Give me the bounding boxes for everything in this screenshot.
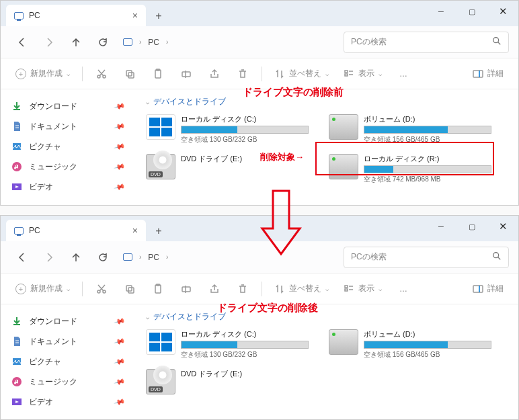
- drive-item[interactable]: ボリューム (D:)空き領域 156 GB/465 GB: [329, 329, 491, 360]
- more-button[interactable]: …: [391, 63, 415, 85]
- sidebar-label: ドキュメント: [29, 121, 77, 132]
- drive-item[interactable]: ローカル ディスク (C:)空き領域 130 GB/232 GB: [146, 114, 309, 144]
- drive-item[interactable]: ローカル ディスク (C:)空き領域 130 GB/232 GB: [146, 329, 309, 360]
- refresh-button[interactable]: [91, 30, 115, 54]
- address-bar[interactable]: › PC ›: [123, 38, 168, 47]
- toolbar: +新規作成⌵ 並べ替え⌵ 表示⌵ … 詳細: [1, 58, 518, 89]
- chevron-icon: ›: [166, 38, 168, 46]
- rename-button[interactable]: [174, 278, 198, 300]
- sort-button[interactable]: 並べ替え⌵: [269, 63, 334, 85]
- new-button[interactable]: +新規作成⌵: [10, 63, 75, 85]
- sidebar-item[interactable]: ドキュメント📌: [1, 331, 135, 351]
- tab-close-icon[interactable]: ×: [132, 225, 138, 236]
- search-input[interactable]: PCの検索: [344, 32, 509, 53]
- sidebar-item[interactable]: ダウンロード📌: [1, 96, 135, 116]
- search-icon: [492, 251, 502, 263]
- drive-item[interactable]: DVD ドライブ (E:): [146, 154, 309, 184]
- forward-button[interactable]: [37, 245, 61, 269]
- new-tab-button[interactable]: +: [149, 221, 169, 241]
- sidebar-item[interactable]: ピクチャ📌: [1, 136, 135, 157]
- drive-icon: [146, 369, 175, 394]
- content: ダウンロード📌ドキュメント📌ピクチャ📌ミュージック📌ビデオ📌 ⌵デバイスとドライ…: [1, 89, 518, 205]
- refresh-button[interactable]: [91, 245, 115, 269]
- drive-icon: [329, 329, 358, 355]
- sidebar-item[interactable]: ビデオ📌: [1, 177, 135, 197]
- maximize-button[interactable]: ▢: [456, 1, 487, 22]
- tab-close-icon[interactable]: ×: [132, 10, 138, 21]
- sidebar-label: ピクチャ: [29, 356, 61, 368]
- sidebar-item[interactable]: ピクチャ📌: [1, 351, 135, 372]
- sidebar-item[interactable]: ビデオ📌: [1, 392, 135, 412]
- share-button[interactable]: [202, 63, 227, 85]
- forward-button[interactable]: [37, 30, 61, 54]
- paste-button[interactable]: [146, 278, 170, 300]
- drive-free-space: 空き領域 130 GB/232 GB: [181, 135, 309, 144]
- delete-button[interactable]: [231, 278, 255, 300]
- svg-rect-18: [126, 286, 132, 291]
- document-icon: [11, 336, 22, 347]
- drives-grid: ローカル ディスク (C:)空き領域 130 GB/232 GBボリューム (D…: [146, 329, 508, 394]
- drive-item[interactable]: ボリューム (D:)空き領域 156 GB/465 GB: [329, 114, 491, 144]
- drive-name: ボリューム (D:): [364, 114, 491, 124]
- sidebar-label: ミュージック: [29, 161, 77, 173]
- sidebar-label: ビデオ: [29, 396, 53, 408]
- sidebar-item[interactable]: ミュージック📌: [1, 372, 135, 392]
- section-header[interactable]: ⌵デバイスとドライブ: [146, 96, 508, 108]
- new-tab-button[interactable]: +: [149, 6, 169, 26]
- copy-button[interactable]: [118, 278, 142, 300]
- rename-button[interactable]: [174, 63, 198, 85]
- sort-button[interactable]: 並べ替え⌵: [269, 278, 334, 300]
- minimize-button[interactable]: ─: [426, 216, 456, 237]
- cut-button[interactable]: [89, 278, 114, 300]
- navbar: › PC › PCの検索: [1, 26, 518, 58]
- maximize-button[interactable]: ▢: [456, 216, 487, 237]
- window-controls: ─ ▢ ✕: [426, 1, 518, 22]
- videos-icon: [11, 396, 22, 407]
- svg-rect-23: [345, 286, 348, 288]
- music-icon: [11, 161, 22, 172]
- details-pane-button[interactable]: 詳細: [467, 278, 509, 300]
- drive-item[interactable]: ローカル ディスク (R:)空き領域 742 MB/968 MB: [329, 154, 491, 184]
- chevron-down-icon: ⌵: [325, 286, 329, 292]
- breadcrumb-pc[interactable]: PC: [148, 38, 159, 47]
- back-button[interactable]: [10, 245, 34, 269]
- paste-button[interactable]: [146, 63, 170, 85]
- sidebar-item[interactable]: ミュージック📌: [1, 157, 135, 177]
- section-header[interactable]: ⌵デバイスとドライブ: [146, 311, 508, 323]
- chevron-down-icon: ⌵: [378, 71, 382, 77]
- back-button[interactable]: [10, 30, 34, 54]
- up-button[interactable]: [64, 30, 88, 54]
- sidebar-item[interactable]: ダウンロード📌: [1, 311, 135, 331]
- search-input[interactable]: PCの検索: [344, 247, 509, 268]
- breadcrumb-pc[interactable]: PC: [148, 253, 159, 262]
- pin-icon: 📌: [114, 315, 126, 327]
- cut-button[interactable]: [89, 63, 114, 85]
- minimize-button[interactable]: ─: [426, 1, 456, 22]
- details-pane-button[interactable]: 詳細: [467, 63, 509, 85]
- close-button[interactable]: ✕: [487, 216, 518, 237]
- pc-icon: [123, 253, 132, 261]
- address-bar[interactable]: › PC ›: [123, 253, 168, 262]
- close-button[interactable]: ✕: [487, 1, 518, 22]
- view-button[interactable]: 表示⌵: [338, 278, 387, 300]
- chevron-icon: ›: [139, 253, 141, 261]
- svg-rect-22: [182, 287, 190, 292]
- pc-icon: [14, 12, 24, 19]
- drive-icon: [146, 114, 175, 140]
- explorer-window-before: PC × + ─ ▢ ✕ › PC › PCの検索 +新規作成⌵: [0, 0, 519, 206]
- drive-item[interactable]: DVD ドライブ (E:): [146, 369, 309, 394]
- new-button[interactable]: +新規作成⌵: [10, 278, 75, 300]
- svg-rect-7: [182, 72, 190, 77]
- more-button[interactable]: …: [391, 278, 415, 300]
- tab-pc[interactable]: PC ×: [6, 220, 146, 241]
- up-button[interactable]: [64, 245, 88, 269]
- svg-rect-20: [155, 285, 161, 293]
- sidebar-item[interactable]: ドキュメント📌: [1, 116, 135, 136]
- delete-button[interactable]: [231, 63, 255, 85]
- svg-rect-25: [473, 286, 483, 292]
- pin-icon: 📌: [114, 355, 126, 368]
- share-button[interactable]: [202, 278, 227, 300]
- tab-pc[interactable]: PC ×: [6, 5, 146, 26]
- copy-button[interactable]: [118, 63, 142, 85]
- view-button[interactable]: 表示⌵: [338, 63, 387, 85]
